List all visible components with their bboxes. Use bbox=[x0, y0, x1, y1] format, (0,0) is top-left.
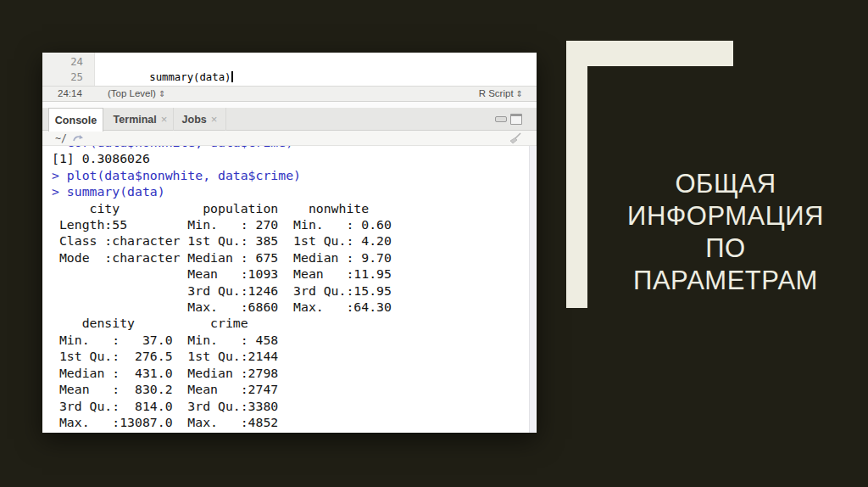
console-scrollbar[interactable] bbox=[529, 146, 536, 433]
console-output-area[interactable]: > cor(data$nonwhite, data$crime)[1] 0.30… bbox=[42, 146, 537, 433]
clear-console-broom-icon[interactable] bbox=[509, 132, 522, 144]
maximize-pane-icon[interactable] bbox=[510, 114, 522, 125]
console-output-line: Mean :1093 Mean :11.95 bbox=[52, 266, 537, 282]
tab-label: Jobs bbox=[182, 114, 207, 126]
console-output-line: Length:55 Min. : 270 Min. : 0.60 bbox=[52, 216, 537, 232]
tab-jobs[interactable]: Jobs× bbox=[174, 108, 226, 131]
tab-label: Terminal bbox=[114, 114, 157, 126]
console-tab-bar: ConsoleTerminal×Jobs× bbox=[42, 108, 537, 131]
editor-code-line[interactable]: summary(data) bbox=[99, 54, 233, 70]
console-output-line: Mean : 830.2 Mean :2747 bbox=[52, 381, 537, 397]
code-text: summary(data) bbox=[149, 71, 231, 83]
console-output-line: [1] 0.3086026 bbox=[52, 150, 537, 166]
chevron-updown-icon: ⇕ bbox=[159, 89, 165, 98]
text-cursor bbox=[231, 71, 233, 82]
close-tab-icon[interactable]: × bbox=[161, 114, 168, 125]
go-to-directory-arrow-icon[interactable] bbox=[73, 133, 85, 143]
presentation-slide: 2425 summary(data) 24:14 (Top Level)⇕ R … bbox=[0, 0, 868, 487]
console-command-line: > plot(data$nonwhite, data$crime) bbox=[52, 167, 537, 183]
cursor-position-label: 24:14 bbox=[58, 87, 82, 101]
console-output-line: Min. : 37.0 Min. : 458 bbox=[52, 332, 537, 348]
console-output-line: city population nonwhite bbox=[52, 200, 537, 216]
rstudio-screenshot-card: 2425 summary(data) 24:14 (Top Level)⇕ R … bbox=[42, 53, 537, 433]
pane-divider[interactable] bbox=[42, 102, 537, 108]
console-output-line: Median : 431.0 Median :2798 bbox=[52, 365, 537, 381]
editor-status-bar: 24:14 (Top Level)⇕ R Script⇕ bbox=[42, 86, 537, 102]
console-output-line: Class :character 1st Qu.: 385 1st Qu.: 4… bbox=[52, 232, 537, 249]
close-tab-icon[interactable]: × bbox=[211, 114, 218, 125]
minimize-pane-icon[interactable] bbox=[495, 116, 507, 122]
console-output-line: density crime bbox=[52, 315, 537, 331]
console-output-line: Max. :6860 Max. :64.30 bbox=[52, 299, 537, 315]
console-command-line: > bbox=[52, 430, 537, 433]
line-number: 24 bbox=[42, 54, 83, 70]
slide-title-line: ПАРАМЕТРАМ bbox=[583, 265, 868, 297]
slide-title: ОБЩАЯИНФОРМАЦИЯПОПАРАМЕТРАМ bbox=[583, 168, 868, 297]
source-editor-pane[interactable]: 2425 summary(data) bbox=[42, 53, 537, 86]
console-command-line: > summary(data) bbox=[52, 183, 537, 199]
console-output-line: 3rd Qu.: 814.0 3rd Qu.:3380 bbox=[52, 398, 537, 414]
working-directory-label: ~/ bbox=[55, 132, 67, 144]
console-header-row: ~/ bbox=[42, 131, 537, 146]
slide-title-line: ИНФОРМАЦИЯ bbox=[583, 200, 868, 232]
tab-label: Console bbox=[55, 115, 97, 126]
line-number: 25 bbox=[42, 70, 83, 85]
console-text: > cor(data$nonwhite, data$crime)[1] 0.30… bbox=[42, 146, 537, 433]
console-output-line: 1st Qu.: 276.5 1st Qu.:2144 bbox=[52, 348, 537, 364]
scope-selector[interactable]: (Top Level)⇕ bbox=[108, 87, 165, 101]
slide-title-line: ПО bbox=[583, 232, 868, 265]
pane-window-controls bbox=[495, 114, 522, 125]
console-output-line: Max. :13087.0 Max. :4852 bbox=[52, 414, 537, 430]
file-type-selector[interactable]: R Script⇕ bbox=[479, 87, 523, 101]
console-output-line: Mode :character Median : 675 Median : 9.… bbox=[52, 249, 537, 266]
slide-title-line: ОБЩАЯ bbox=[583, 168, 868, 200]
chevron-updown-icon: ⇕ bbox=[516, 89, 523, 98]
editor-line-number-gutter: 2425 bbox=[42, 53, 95, 86]
tab-terminal[interactable]: Terminal× bbox=[108, 108, 174, 131]
console-output-line: 3rd Qu.:1246 3rd Qu.:15.95 bbox=[52, 283, 537, 299]
tab-console[interactable]: Console bbox=[48, 108, 103, 132]
